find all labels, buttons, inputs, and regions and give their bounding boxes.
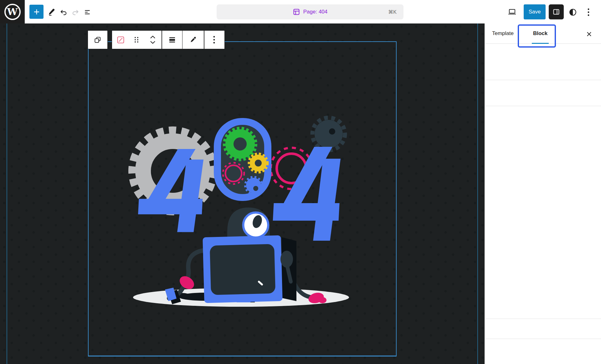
- undo-icon: [59, 8, 68, 16]
- wordpress-logo[interactable]: W: [0, 0, 25, 23]
- close-icon: [586, 31, 592, 37]
- save-button-label: Save: [529, 9, 541, 15]
- template-icon: [293, 8, 300, 16]
- command-center-bar[interactable]: Page: 404 ⌘K: [217, 4, 403, 19]
- root-block-outline-right: [477, 23, 478, 364]
- block-inserter-button[interactable]: [29, 5, 44, 19]
- drag-handle[interactable]: [129, 31, 144, 49]
- align-button[interactable]: [162, 31, 182, 49]
- tools-button[interactable]: [47, 7, 57, 17]
- undo-button[interactable]: [59, 8, 68, 17]
- move-arrows-icon: [149, 35, 156, 44]
- tab-template-label: Template: [492, 30, 514, 37]
- digit-0-capsule: [214, 118, 271, 201]
- command-shortcut: ⌘K: [388, 4, 397, 19]
- ellipsis-vertical-icon: [588, 8, 589, 16]
- parent-blocks-icon: [94, 36, 102, 44]
- drag-dots-icon: [134, 36, 139, 44]
- lottie-block-icon-button[interactable]: [112, 31, 129, 49]
- root-block-outline-left: [7, 23, 7, 364]
- lottie-block-icon: [117, 36, 125, 44]
- select-parent-button[interactable]: [88, 31, 107, 49]
- divider: [485, 319, 601, 319]
- move-up-down-button[interactable]: [144, 31, 162, 49]
- redo-button-disabled[interactable]: [71, 8, 80, 17]
- ellipsis-vertical-icon: [213, 36, 215, 44]
- styles-button[interactable]: [568, 8, 578, 17]
- sidebar-tabs: Template Block: [485, 23, 601, 44]
- divider: [485, 106, 601, 106]
- save-button[interactable]: Save: [524, 4, 546, 19]
- redo-icon: [71, 8, 80, 16]
- edit-button[interactable]: [182, 31, 204, 49]
- more-options-button[interactable]: [586, 8, 591, 17]
- tab-block[interactable]: Block: [527, 23, 553, 44]
- document-overview-button[interactable]: [82, 7, 92, 17]
- pencil-icon: [189, 36, 197, 44]
- edit-tool-icon: [48, 8, 56, 16]
- plus-icon: [33, 8, 40, 16]
- dark-gear: [312, 118, 345, 150]
- align-none-icon: [168, 36, 176, 44]
- digit-4-right: [272, 147, 342, 241]
- tab-block-label: Block: [533, 30, 547, 37]
- view-button[interactable]: [507, 8, 517, 16]
- settings-sidebar-toggle[interactable]: [549, 4, 564, 19]
- block-toolbar-parent-segment: [88, 30, 108, 49]
- wordpress-w-icon: W: [4, 4, 21, 20]
- divider: [485, 339, 601, 339]
- styles-half-circle-icon: [569, 8, 577, 16]
- sidebar-panel-icon: [552, 8, 560, 16]
- active-tab-underline: [532, 43, 549, 44]
- tab-template[interactable]: Template: [486, 23, 519, 44]
- list-view-icon: [83, 8, 91, 16]
- close-sidebar-button[interactable]: [585, 30, 593, 38]
- options-button[interactable]: [204, 31, 224, 49]
- 404-illustration: [88, 41, 397, 356]
- laptop-icon: [508, 8, 516, 16]
- divider: [485, 80, 601, 80]
- block-toolbar: [112, 30, 225, 49]
- block-settings-sidebar: [485, 23, 601, 364]
- page-indicator: Page: 404: [303, 9, 328, 15]
